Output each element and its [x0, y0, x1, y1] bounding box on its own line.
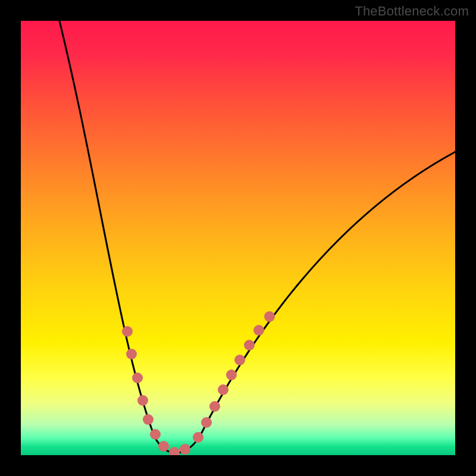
curve-marker [193, 432, 203, 443]
curve-marker [122, 326, 133, 337]
plot-area [21, 21, 455, 455]
curve-marker [137, 395, 148, 406]
curve-marker [253, 325, 264, 336]
marker-group-left [122, 326, 190, 455]
curve-marker [143, 414, 154, 425]
curve-marker [201, 417, 212, 428]
watermark-text: TheBottleneck.com [355, 4, 469, 19]
curve-marker [234, 355, 245, 365]
curve-marker [180, 444, 190, 455]
curve-layer [21, 21, 455, 455]
curve-marker [158, 441, 169, 452]
curve-marker [150, 429, 161, 440]
curve-marker [218, 384, 228, 395]
marker-group-right [193, 311, 275, 443]
curve-marker [126, 349, 137, 359]
curve-marker [132, 372, 143, 383]
curve-marker [264, 311, 275, 322]
curve-marker [209, 401, 220, 412]
bottleneck-curve [57, 21, 455, 453]
curve-marker [226, 369, 237, 380]
curve-marker [169, 447, 180, 455]
chart-frame: TheBottleneck.com [0, 0, 476, 476]
curve-marker [244, 340, 255, 350]
